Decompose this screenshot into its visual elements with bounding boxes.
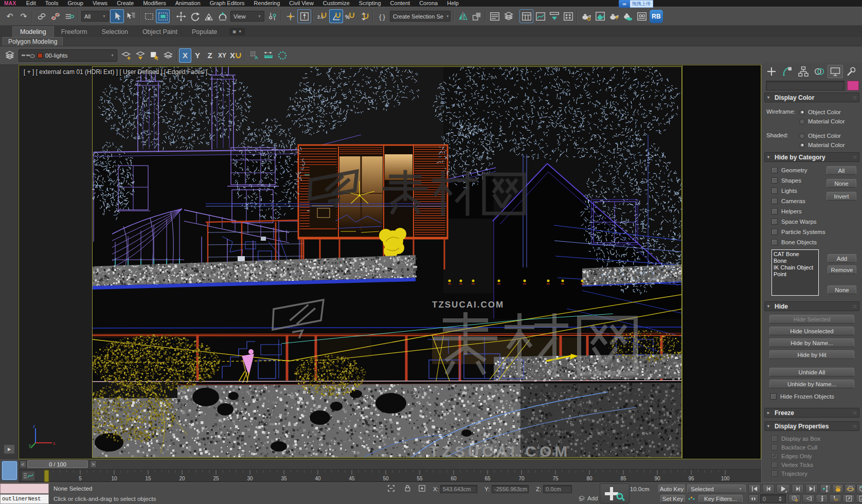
- previous-frame-arrow[interactable]: <: [20, 460, 26, 468]
- reference-coordinate-dropdown[interactable]: View▼: [230, 11, 264, 22]
- category-row-particle-systems[interactable]: Particle Systems: [771, 227, 857, 237]
- toggle-layer-explorer-button[interactable]: [488, 9, 501, 23]
- time-configuration-button[interactable]: [788, 494, 801, 503]
- orbit-viewport-button[interactable]: [845, 484, 856, 494]
- wireframe-material-color-radio[interactable]: [799, 119, 805, 124]
- play-animation-button[interactable]: [776, 484, 790, 494]
- expand-tray-button[interactable]: ▶: [4, 444, 15, 454]
- menu-item-scripting[interactable]: Scripting: [354, 0, 386, 7]
- window-crossing-toggle[interactable]: [156, 9, 170, 23]
- curve-editor-button[interactable]: [533, 9, 547, 23]
- bind-to-space-warp-button[interactable]: [62, 9, 76, 23]
- menu-item-create[interactable]: Create: [112, 0, 138, 7]
- menu-item-group[interactable]: Group: [63, 0, 88, 7]
- rendered-frame-window-button[interactable]: [593, 9, 607, 23]
- zoom-extents-button[interactable]: [856, 484, 862, 494]
- unhide-by-name-button[interactable]: Unhide by Name...: [769, 380, 854, 388]
- object-name-field[interactable]: [766, 81, 845, 91]
- menu-item-graph-editors[interactable]: Graph Editors: [205, 0, 249, 7]
- ribbon-tab-selection[interactable]: Selection: [94, 27, 135, 37]
- menu-item-edit[interactable]: Edit: [22, 0, 41, 7]
- select-and-rotate-button[interactable]: [188, 9, 202, 23]
- redo-button[interactable]: ↷: [16, 9, 30, 23]
- panel-tab-display[interactable]: [828, 65, 843, 78]
- list-item[interactable]: CAT Bone: [774, 251, 817, 258]
- checkbox-icon[interactable]: [771, 471, 778, 477]
- toggle-ribbon-button[interactable]: [519, 9, 533, 23]
- rectangular-selection-region-button[interactable]: [142, 9, 156, 23]
- pan-viewport-button[interactable]: [832, 484, 843, 494]
- macro-recorder-field[interactable]: [0, 483, 49, 494]
- viewport[interactable]: TZSUCAI.COMTZSUCAI.COM [ + ] [ external …: [19, 65, 761, 459]
- category-row-bone-objects[interactable]: Bone Objects: [771, 237, 857, 247]
- grid-a-tool-button[interactable]: A: [247, 48, 261, 62]
- percent-snap-toggle[interactable]: %: [343, 9, 357, 23]
- hide-selectedbutton[interactable]: Hide Selected: [769, 315, 854, 323]
- rollout-header[interactable]: ▾Hide∷: [764, 301, 859, 311]
- wireframe-object-color-radio[interactable]: [799, 110, 805, 115]
- menu-item-animation[interactable]: Animation: [171, 0, 205, 7]
- all-button[interactable]: All: [827, 166, 856, 175]
- menu-item-modifiers[interactable]: Modifiers: [138, 0, 171, 7]
- shaded-object-color-radio[interactable]: [799, 133, 805, 139]
- select-and-link-button[interactable]: [34, 9, 48, 23]
- angle-snap-toggle[interactable]: [329, 9, 343, 23]
- display-prop-edges-only[interactable]: Edges Only: [771, 452, 857, 460]
- named-selection-sets-dropdown[interactable]: Create Selection Se▼: [390, 11, 451, 22]
- set-current-layer-button[interactable]: [161, 48, 175, 62]
- rollout-header[interactable]: ▾Hide by Category∷: [764, 152, 859, 162]
- selection-filter-dropdown[interactable]: All▼: [81, 11, 109, 22]
- menu-item-tools[interactable]: Tools: [41, 0, 63, 7]
- panel-tab-modify[interactable]: [780, 65, 795, 78]
- checkbox-icon[interactable]: [771, 177, 778, 184]
- time-slider[interactable]: 0 / 100: [27, 460, 88, 468]
- y-coordinate-field[interactable]: -2556.963cm: [492, 485, 529, 493]
- viewport-layout-button[interactable]: [856, 494, 862, 503]
- spinner-snap-toggle[interactable]: [357, 9, 371, 23]
- panel-tab-create[interactable]: [764, 65, 779, 78]
- render-in-cloud-button[interactable]: [621, 9, 635, 23]
- rollout-header[interactable]: ▾Display Color∷: [764, 93, 859, 102]
- maximize-viewport-toggle[interactable]: [842, 494, 855, 503]
- panel-tab-motion[interactable]: [812, 65, 827, 78]
- measure-tool-button[interactable]: [261, 48, 275, 62]
- none-button[interactable]: None: [827, 179, 856, 188]
- viewport-layout-tab[interactable]: [2, 461, 17, 480]
- menu-item-rendering[interactable]: Rendering: [249, 0, 285, 7]
- soft-selection-tool-button[interactable]: [275, 48, 289, 62]
- key-selection-dropdown[interactable]: Selected▼: [687, 484, 746, 493]
- next-frame-button[interactable]: [792, 484, 804, 494]
- checkbox-icon[interactable]: [771, 453, 778, 459]
- key-filters-button[interactable]: Key Filters...: [698, 495, 743, 503]
- category-row-helpers[interactable]: Helpers: [771, 206, 857, 217]
- list-item[interactable]: IK Chain Object: [774, 264, 817, 271]
- edit-named-selection-sets-button[interactable]: {}: [375, 9, 389, 23]
- display-prop-backface-cull[interactable]: Backface Cull: [771, 443, 857, 452]
- render-production-button[interactable]: [607, 9, 621, 23]
- panel-tab-hierarchy[interactable]: [796, 65, 811, 78]
- display-prop-trajectory[interactable]: Trajectory: [771, 469, 857, 478]
- ribbon-tab-freeform[interactable]: Freeform: [54, 27, 95, 37]
- rb-plugin-button[interactable]: RB: [650, 10, 663, 23]
- select-and-scale-button[interactable]: [202, 9, 215, 23]
- select-object-button[interactable]: [110, 9, 124, 23]
- menu-item-views[interactable]: Views: [88, 0, 112, 7]
- add-selection-to-layer-button[interactable]: [133, 48, 147, 62]
- set-key-button[interactable]: Set Key: [660, 495, 685, 503]
- rollout-header[interactable]: ▸Freeze∷: [764, 408, 859, 418]
- axis-constraint-y[interactable]: Y: [191, 48, 204, 63]
- display-prop-display-as-box[interactable]: Display as Box: [771, 434, 857, 443]
- current-frame-spinner[interactable]: 0: [760, 494, 786, 503]
- hide-unselectedbutton[interactable]: Hide Unselected: [769, 327, 854, 335]
- menu-item-civil-view[interactable]: Civil View: [284, 0, 318, 7]
- list-item[interactable]: Point: [774, 271, 817, 278]
- snaps-toggle-button[interactable]: 2.5: [315, 9, 329, 23]
- next-frame-arrow[interactable]: >: [90, 460, 97, 468]
- checkbox-icon[interactable]: [771, 167, 778, 173]
- category-row-space-warps[interactable]: Space Warps: [771, 217, 857, 227]
- walkthrough-button[interactable]: [816, 494, 828, 503]
- display-prop-vertex-ticks[interactable]: Vertex Ticks: [771, 460, 857, 469]
- panel-tab-utilities[interactable]: [843, 65, 859, 78]
- hide-frozen-objects-row[interactable]: Hide Frozen Objects: [770, 391, 854, 402]
- unlink-selection-button[interactable]: [48, 9, 62, 23]
